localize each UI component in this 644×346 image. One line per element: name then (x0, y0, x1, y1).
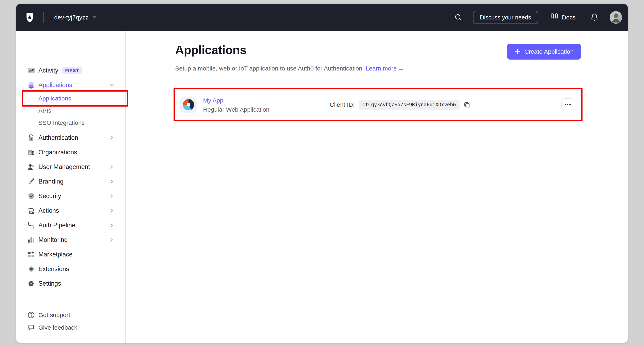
paintbrush-icon (27, 178, 35, 186)
sidebar-item-label: Activity (38, 67, 58, 74)
chevron-right-icon (108, 208, 115, 214)
chevron-right-icon (108, 222, 115, 229)
help-circle-icon (27, 311, 35, 319)
sidebar-item-branding[interactable]: Branding (16, 174, 126, 189)
app-name-link[interactable]: My App (203, 97, 223, 104)
main-content: Applications Setup a mobile, web or IoT … (126, 31, 628, 343)
search-icon[interactable] (454, 13, 462, 22)
get-support-link[interactable]: Get support (16, 309, 126, 321)
sidebar-item-organizations[interactable]: Organizations (16, 145, 126, 160)
page: { "colors": { "accent": "#635dff", "anno… (0, 0, 644, 346)
client-id-value: CtCqy3AvbQZSo7sE9RiynaPuiXOxvebG (358, 100, 459, 110)
activity-icon (27, 66, 35, 75)
docs-link[interactable]: Docs (550, 12, 576, 23)
sidebar-item-actions[interactable]: Actions (16, 203, 126, 218)
give-feedback-link[interactable]: Give feedback (16, 321, 126, 334)
plus-icon (514, 49, 520, 55)
sidebar-item-user-management[interactable]: User Management (16, 160, 126, 174)
first-badge: FIRST (62, 67, 82, 74)
chevron-down-icon (108, 82, 115, 88)
sidebar-item-activity[interactable]: Activity FIRST (16, 63, 126, 78)
more-options-icon (565, 104, 566, 105)
client-id-label: Client ID: (330, 101, 354, 108)
client-id-group: Client ID: CtCqy3AvbQZSo7sE9RiynaPuiXOxv… (330, 100, 470, 110)
sidebar-subitem-applications[interactable]: Applications (16, 92, 126, 105)
sidebar-subitem-apis[interactable]: APIs (16, 105, 126, 117)
navbar-right: Discuss your needs Docs (454, 11, 628, 24)
avatar[interactable] (610, 11, 622, 24)
layers-icon (27, 81, 35, 89)
chevron-right-icon (108, 164, 115, 170)
bell-icon[interactable] (590, 13, 599, 22)
chevron-right-icon (108, 237, 115, 243)
sidebar-footer: Get support Give feedback (16, 309, 126, 334)
sidebar-item-authentication[interactable]: Authentication (16, 130, 126, 145)
shield-check-icon (27, 192, 35, 200)
learn-more-link[interactable]: Learn more (366, 65, 397, 72)
sidebar-item-monitoring[interactable]: Monitoring (16, 233, 126, 247)
sidebar: Activity FIRST Applications Applications (16, 31, 126, 343)
sidebar-item-extensions[interactable]: Extensions (16, 262, 126, 276)
app-logo (180, 97, 196, 113)
applications-list: My App Regular Web Application Client ID… (175, 89, 581, 120)
sidebar-item-security[interactable]: Security (16, 189, 126, 203)
tenant-name: dev-tyj7qyzz (54, 14, 88, 21)
copy-icon[interactable] (463, 101, 470, 108)
page-subtitle: Setup a mobile, web or IoT application t… (175, 65, 404, 72)
docs-label: Docs (562, 14, 576, 21)
app-logo-icon (183, 99, 194, 110)
top-navbar: dev-tyj7qyzz Discuss your needs Docs (16, 4, 628, 31)
page-title: Applications (175, 43, 404, 57)
more-options-button[interactable] (562, 98, 574, 111)
page-header-text: Applications Setup a mobile, web or IoT … (175, 43, 404, 72)
bar-chart-icon (27, 236, 35, 244)
chevron-right-icon (108, 193, 115, 199)
navbar-divider (43, 12, 44, 23)
arrow-right-icon: → (398, 65, 404, 72)
chevron-right-icon (108, 178, 115, 185)
gear-icon (27, 280, 35, 288)
chevron-down-icon (92, 14, 98, 21)
sidebar-item-marketplace[interactable]: Marketplace (16, 247, 126, 262)
app-meta: My App Regular Web Application (203, 97, 270, 113)
speech-bubble-icon (27, 323, 35, 332)
building-icon (27, 148, 35, 156)
lock-icon (27, 134, 35, 142)
grid-plus-icon (27, 250, 35, 258)
create-application-button[interactable]: Create Application (507, 44, 581, 60)
user-gear-icon (27, 163, 35, 171)
discuss-your-needs-button[interactable]: Discuss your needs (473, 11, 538, 24)
app-type: Regular Web Application (203, 106, 270, 113)
sidebar-item-auth-pipeline[interactable]: Auth Pipeline (16, 218, 126, 233)
sidebar-subitem-sso-integrations[interactable]: SSO Integrations (16, 117, 126, 129)
page-header: Applications Setup a mobile, web or IoT … (175, 43, 581, 72)
navbar-left: dev-tyj7qyzz (24, 12, 98, 23)
chip-icon (27, 265, 35, 273)
auth0-logo-icon[interactable] (24, 12, 35, 23)
sidebar-item-label: Applications (38, 81, 72, 89)
sidebar-item-applications[interactable]: Applications (16, 78, 126, 92)
annotation-box-sidebar-applications (22, 90, 128, 107)
pipeline-icon (27, 221, 35, 229)
application-row[interactable]: My App Regular Web Application Client ID… (175, 89, 581, 120)
book-open-icon (550, 12, 559, 23)
flow-icon (27, 207, 35, 215)
content-area: Activity FIRST Applications Applications (16, 31, 628, 343)
app-window: dev-tyj7qyzz Discuss your needs Docs (16, 4, 628, 343)
tenant-switcher[interactable]: dev-tyj7qyzz (54, 14, 98, 21)
applications-submenu: Applications APIs SSO Integrations (16, 92, 126, 129)
sidebar-item-settings[interactable]: Settings (16, 276, 126, 291)
chevron-right-icon (108, 134, 115, 141)
